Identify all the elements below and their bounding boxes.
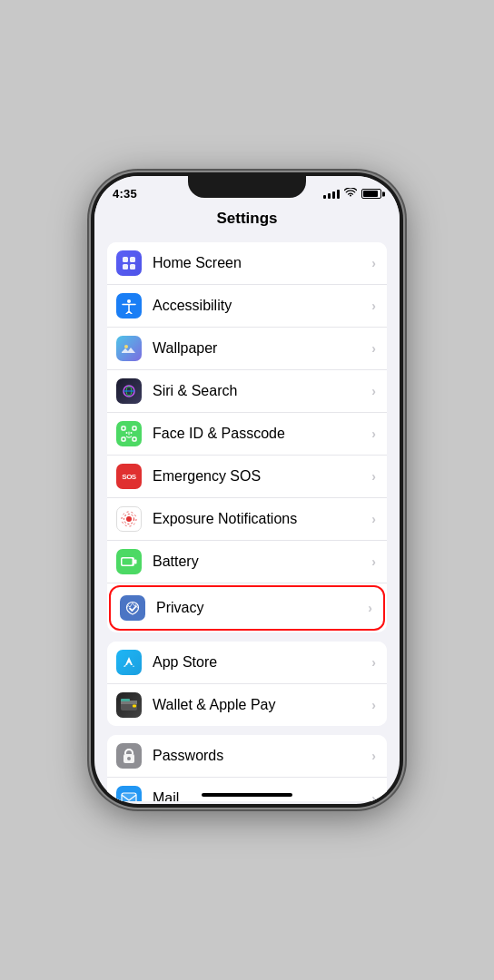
status-icons bbox=[323, 188, 381, 201]
wallet-label: Wallet & Apple Pay bbox=[153, 697, 371, 713]
wallpaper-icon bbox=[116, 336, 142, 361]
battery-icon bbox=[116, 549, 142, 574]
phone-frame: 4:35 bbox=[91, 172, 403, 808]
faceid-icon bbox=[116, 421, 142, 446]
page-title: Settings bbox=[216, 210, 277, 227]
mail-icon bbox=[116, 786, 142, 801]
settings-item-accessibility[interactable]: Accessibility › bbox=[107, 285, 387, 328]
settings-item-mail[interactable]: Mail › bbox=[107, 778, 387, 801]
chevron-icon: › bbox=[371, 655, 376, 670]
screen: 4:35 bbox=[94, 176, 400, 804]
settings-item-home-screen[interactable]: Home Screen › bbox=[107, 242, 387, 285]
wallpaper-label: Wallpaper bbox=[153, 340, 371, 357]
chevron-icon: › bbox=[371, 512, 376, 526]
svg-rect-0 bbox=[123, 257, 128, 262]
svg-rect-24 bbox=[133, 705, 136, 708]
siri-label: Siri & Search bbox=[153, 383, 371, 399]
svg-point-14 bbox=[131, 432, 133, 434]
status-time: 4:35 bbox=[113, 187, 137, 201]
svg-point-16 bbox=[126, 516, 132, 522]
svg-rect-3 bbox=[130, 264, 135, 270]
chevron-icon: › bbox=[371, 341, 376, 356]
chevron-icon: › bbox=[371, 299, 376, 313]
exposure-label: Exposure Notifications bbox=[153, 511, 371, 527]
settings-item-exposure[interactable]: Exposure Notifications › bbox=[107, 498, 387, 541]
appstore-label: App Store bbox=[153, 654, 371, 671]
chevron-icon: › bbox=[371, 384, 376, 398]
svg-rect-11 bbox=[122, 437, 125, 441]
svg-rect-12 bbox=[133, 437, 136, 441]
chevron-icon: › bbox=[371, 791, 376, 801]
settings-item-faceid[interactable]: Face ID & Passcode › bbox=[107, 413, 387, 456]
notch bbox=[188, 172, 306, 198]
accessibility-icon bbox=[116, 293, 142, 318]
settings-content: Home Screen › Accessibility › bbox=[94, 235, 400, 801]
svg-point-4 bbox=[127, 299, 131, 303]
section-2: App Store › Wallet & Apple Pay › bbox=[107, 642, 387, 726]
siri-icon bbox=[116, 378, 142, 404]
settings-item-siri[interactable]: Siri & Search › bbox=[107, 370, 387, 413]
svg-rect-1 bbox=[130, 257, 135, 262]
sos-label: Emergency SOS bbox=[153, 468, 371, 485]
section-3: Passwords › Mail › bbox=[107, 735, 387, 801]
settings-item-passwords[interactable]: Passwords › bbox=[107, 735, 387, 778]
chevron-icon: › bbox=[371, 426, 376, 441]
chevron-icon: › bbox=[371, 698, 376, 712]
home-screen-label: Home Screen bbox=[153, 255, 371, 271]
chevron-icon: › bbox=[371, 554, 376, 569]
passwords-icon bbox=[116, 743, 142, 769]
passwords-label: Passwords bbox=[153, 748, 371, 764]
chevron-icon: › bbox=[371, 469, 376, 484]
settings-item-battery[interactable]: Battery › bbox=[107, 541, 387, 583]
privacy-label: Privacy bbox=[156, 600, 368, 616]
section-1: Home Screen › Accessibility › bbox=[107, 242, 387, 632]
battery-status-icon bbox=[361, 189, 381, 199]
chevron-icon: › bbox=[368, 601, 372, 615]
svg-rect-25 bbox=[121, 699, 130, 701]
nav-title: Settings bbox=[94, 204, 400, 235]
home-bar bbox=[202, 793, 292, 797]
svg-rect-20 bbox=[134, 560, 137, 564]
settings-item-sos[interactable]: SOS Emergency SOS › bbox=[107, 456, 387, 498]
svg-rect-9 bbox=[122, 426, 125, 430]
svg-point-27 bbox=[127, 757, 131, 760]
svg-rect-2 bbox=[123, 264, 128, 270]
settings-item-appstore[interactable]: App Store › bbox=[107, 642, 387, 684]
svg-point-5 bbox=[124, 345, 128, 348]
wifi-icon bbox=[344, 188, 357, 201]
settings-item-privacy[interactable]: Privacy › bbox=[109, 585, 385, 631]
svg-point-13 bbox=[126, 432, 128, 434]
settings-item-wallet[interactable]: Wallet & Apple Pay › bbox=[107, 684, 387, 726]
wallet-icon bbox=[116, 692, 142, 718]
settings-item-wallpaper[interactable]: Wallpaper › bbox=[107, 328, 387, 370]
chevron-icon: › bbox=[371, 749, 376, 763]
sos-icon: SOS bbox=[116, 464, 142, 489]
faceid-label: Face ID & Passcode bbox=[153, 426, 371, 442]
battery-label: Battery bbox=[153, 554, 371, 570]
signal-bars-icon bbox=[323, 189, 340, 199]
home-screen-icon bbox=[116, 250, 142, 276]
accessibility-label: Accessibility bbox=[153, 298, 371, 314]
privacy-icon bbox=[120, 595, 145, 621]
appstore-icon bbox=[116, 650, 142, 675]
svg-rect-21 bbox=[123, 559, 133, 565]
svg-rect-10 bbox=[133, 426, 136, 430]
exposure-icon bbox=[116, 506, 142, 532]
chevron-icon: › bbox=[371, 256, 376, 270]
